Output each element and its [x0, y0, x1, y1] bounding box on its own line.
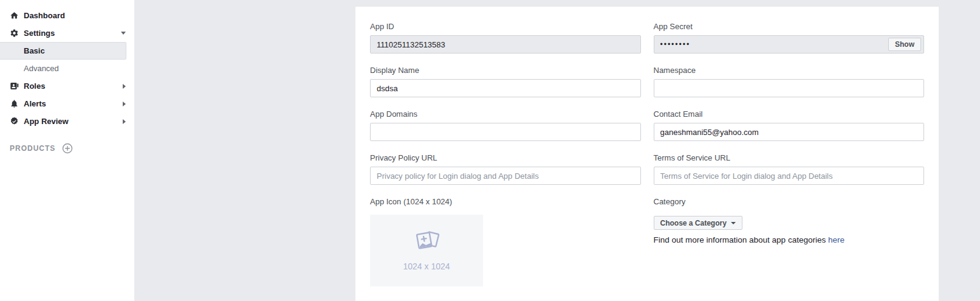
choose-category-button[interactable]: Choose a Category [654, 216, 742, 230]
sidebar-item-settings[interactable]: Settings [0, 24, 134, 42]
sidebar-item-roles[interactable]: Roles [0, 77, 134, 95]
category-info-text: Find out more information about app cate… [654, 235, 925, 244]
app-id-group: App ID [370, 22, 641, 54]
app-id-label: App ID [370, 22, 641, 31]
contact-email-field[interactable] [654, 123, 925, 141]
app-icon-upload[interactable]: 1024 x 1024 [370, 215, 483, 286]
badge-check-icon [10, 117, 19, 126]
app-domains-label: App Domains [370, 110, 641, 119]
contact-email-label: Contact Email [654, 110, 925, 119]
app-secret-masked-value: •••••••• [660, 40, 889, 49]
basic-settings-form: App ID App Secret •••••••• Show Display … [370, 22, 924, 286]
sidebar-item-label: Roles [24, 81, 45, 91]
privacy-policy-label: Privacy Policy URL [370, 154, 641, 162]
app-icon-label: App Icon (1024 x 1024) [370, 198, 641, 206]
sidebar: Dashboard Settings Basic Advanced Roles [0, 0, 134, 301]
add-product-button[interactable] [62, 143, 73, 154]
chevron-right-icon [123, 102, 126, 106]
terms-of-service-group: Terms of Service URL [654, 154, 925, 185]
privacy-policy-field[interactable] [370, 167, 641, 185]
home-icon [10, 11, 19, 20]
namespace-field[interactable] [654, 79, 925, 97]
app-secret-label: App Secret [654, 22, 925, 31]
sidebar-nav: Dashboard Settings Basic Advanced Roles [0, 0, 134, 154]
app-id-field [370, 35, 641, 54]
app-secret-group: App Secret •••••••• Show [654, 22, 925, 54]
app-secret-field: •••••••• Show [654, 35, 925, 54]
roles-icon [10, 81, 19, 91]
terms-of-service-field[interactable] [654, 167, 925, 185]
namespace-label: Namespace [654, 66, 925, 75]
app-domains-group: App Domains [370, 110, 641, 141]
category-info-prefix: Find out more information about app cate… [654, 235, 828, 244]
sidebar-item-advanced[interactable]: Advanced [0, 60, 134, 77]
sidebar-item-label: Basic [24, 46, 45, 55]
show-secret-button[interactable]: Show [888, 38, 921, 51]
chevron-down-icon [121, 32, 126, 35]
sidebar-item-dashboard[interactable]: Dashboard [0, 7, 134, 24]
privacy-policy-group: Privacy Policy URL [370, 154, 641, 185]
sidebar-item-label: Alerts [24, 99, 46, 108]
gear-icon [10, 29, 19, 38]
products-section: PRODUCTS [10, 143, 134, 154]
contact-email-group: Contact Email [654, 110, 925, 141]
sidebar-item-label: Advanced [24, 64, 59, 73]
products-label: PRODUCTS [10, 144, 55, 153]
photos-icon [411, 230, 442, 258]
app-icon-dimensions: 1024 x 1024 [403, 261, 450, 271]
category-group: Category Choose a Category Find out more… [654, 198, 925, 286]
chevron-right-icon [123, 119, 126, 124]
sidebar-item-label: Dashboard [24, 11, 65, 20]
bell-icon [10, 99, 19, 108]
choose-category-button-label: Choose a Category [660, 219, 727, 227]
app-domains-field[interactable] [370, 123, 641, 141]
sidebar-item-app-review[interactable]: App Review [0, 112, 134, 130]
display-name-group: Display Name [370, 66, 641, 97]
chevron-right-icon [123, 84, 126, 89]
sidebar-item-alerts[interactable]: Alerts [0, 95, 134, 112]
sidebar-item-basic[interactable]: Basic [0, 42, 126, 60]
display-name-label: Display Name [370, 66, 641, 75]
sidebar-item-label: Settings [24, 29, 55, 38]
app-icon-group: App Icon (1024 x 1024) 1024 x 1024 [370, 198, 641, 286]
sidebar-item-label: App Review [24, 117, 69, 126]
namespace-group: Namespace [654, 66, 925, 97]
terms-of-service-label: Terms of Service URL [654, 154, 925, 162]
display-name-field[interactable] [370, 79, 641, 97]
chevron-down-icon [731, 222, 736, 224]
settings-basic-panel: App ID App Secret •••••••• Show Display … [355, 7, 939, 301]
category-label: Category [654, 198, 925, 206]
category-info-link[interactable]: here [828, 235, 845, 244]
